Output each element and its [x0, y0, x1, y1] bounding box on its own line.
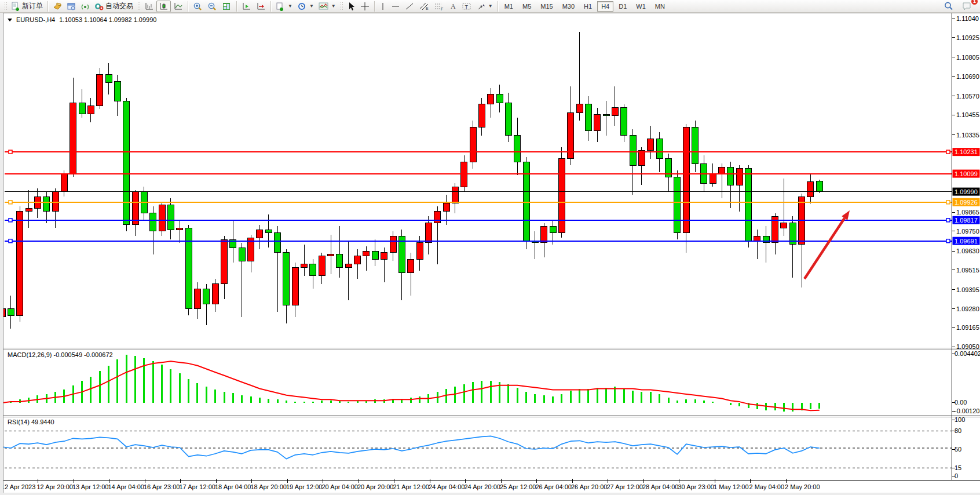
- chat-bubble-icon: [961, 1, 972, 11]
- candle: [319, 253, 325, 284]
- vertical-line-icon: [379, 2, 386, 11]
- candle: [736, 165, 743, 212]
- candle: [452, 183, 458, 213]
- cursor-button[interactable]: [345, 1, 358, 12]
- equidistant-channel-icon: E: [419, 2, 429, 11]
- trendline-button[interactable]: [403, 1, 416, 12]
- tile-windows-button[interactable]: [220, 1, 234, 12]
- periods-button[interactable]: ▼: [295, 1, 316, 12]
- candle: [301, 245, 308, 276]
- toolbar-grip[interactable]: [340, 2, 343, 11]
- timeframe-button-m30[interactable]: M30: [558, 1, 579, 12]
- price-tag: 1.09817: [953, 216, 980, 224]
- chart-shift-button[interactable]: [239, 1, 254, 12]
- candle: [114, 75, 120, 116]
- auto-trading-button[interactable]: 自动交易: [92, 1, 136, 12]
- toolbar-grip[interactable]: [4, 2, 7, 11]
- candle: [478, 98, 485, 136]
- price-tick-label: 1.10805: [956, 54, 979, 61]
- chart-canvas[interactable]: 1.110401.109251.108051.106901.105701.104…: [0, 13, 980, 495]
- candle: [496, 85, 503, 112]
- line-handle[interactable]: [946, 150, 950, 154]
- macd-indicator-label: MACD(12,26,9) -0.000549 -0.000672: [8, 351, 113, 358]
- data-window-button[interactable]: [64, 1, 78, 12]
- timeframe-button-mn[interactable]: MN: [651, 1, 669, 12]
- bar-chart-button[interactable]: [142, 1, 156, 12]
- candlestick-chart-button[interactable]: [156, 1, 171, 12]
- new-order-button[interactable]: 新订单: [9, 1, 45, 12]
- crosshair-button[interactable]: [358, 1, 372, 12]
- candle: [754, 230, 760, 259]
- text-label-button[interactable]: T: [459, 1, 474, 12]
- line-handle[interactable]: [9, 219, 12, 222]
- line-handle[interactable]: [946, 219, 950, 222]
- line-handle[interactable]: [946, 239, 950, 243]
- search-button[interactable]: [941, 1, 956, 12]
- candle: [372, 239, 378, 266]
- data-window-icon: [67, 2, 76, 11]
- auto-scroll-button[interactable]: [254, 1, 268, 12]
- market-watch-button[interactable]: [50, 1, 64, 12]
- svg-text:1.10099: 1.10099: [955, 170, 978, 177]
- line-handle[interactable]: [9, 239, 12, 243]
- bar-chart-icon: [144, 2, 154, 11]
- candle: [585, 96, 591, 141]
- candle: [177, 220, 183, 243]
- indicators-icon: [319, 2, 329, 11]
- macd-signal-line: [2, 361, 820, 410]
- line-chart-button[interactable]: [171, 1, 185, 12]
- timeframe-button-m5[interactable]: M5: [518, 1, 535, 12]
- price-tag: 1.10231: [953, 148, 980, 156]
- line-handle[interactable]: [9, 201, 12, 204]
- notifications-button[interactable]: 1: [959, 1, 974, 12]
- candle: [398, 230, 405, 300]
- candle: [576, 32, 583, 121]
- time-axis-label: 30 Apr 23:00: [678, 483, 714, 490]
- rsi-axis-label: 80: [955, 427, 961, 434]
- toolbar-separator: [47, 1, 48, 12]
- indicators-button[interactable]: ▼: [316, 1, 338, 12]
- candle: [185, 225, 192, 315]
- candle: [558, 147, 565, 238]
- candle: [34, 188, 41, 218]
- symbol-dropdown-icon[interactable]: [8, 19, 12, 21]
- candle: [612, 86, 619, 126]
- toolbar-grip[interactable]: [137, 2, 140, 11]
- candle: [523, 157, 529, 249]
- line-handle[interactable]: [9, 150, 12, 154]
- timeframe-button-h1[interactable]: H1: [580, 1, 596, 12]
- price-tick-label: 1.10925: [956, 34, 979, 41]
- timeframe-button-m1[interactable]: M1: [500, 1, 517, 12]
- zoom-in-button[interactable]: [191, 1, 205, 12]
- horizontal-level-line[interactable]: [5, 219, 952, 222]
- signals-button[interactable]: [78, 1, 92, 12]
- candle: [594, 108, 601, 143]
- timeframe-button-h4[interactable]: H4: [597, 1, 613, 12]
- time-axis-label: 26 Apr 20:00: [571, 483, 607, 490]
- arrows-tool-button[interactable]: ▼: [474, 1, 495, 12]
- new-chart-button[interactable]: ▼: [273, 1, 295, 12]
- candle: [505, 93, 511, 142]
- text-button[interactable]: A: [447, 1, 459, 12]
- equidistant-channel-button[interactable]: E: [416, 1, 432, 12]
- time-axis-label: 18 Apr 04:00: [215, 483, 251, 490]
- rsi-line: [2, 436, 820, 458]
- horizontal-line-button[interactable]: [389, 1, 403, 12]
- timeframe-button-d1[interactable]: D1: [615, 1, 631, 12]
- candle: [70, 78, 76, 177]
- price-tick-label: 1.09515: [956, 267, 979, 274]
- market-watch-icon: [53, 2, 62, 11]
- timeframe-button-m15[interactable]: M15: [536, 1, 557, 12]
- timeframe-button-w1[interactable]: W1: [632, 1, 650, 12]
- candle: [239, 243, 245, 317]
- horizontal-level-line[interactable]: [5, 150, 952, 154]
- horizontal-level-line[interactable]: [5, 239, 952, 243]
- vertical-line-button[interactable]: [377, 1, 389, 12]
- candle: [159, 202, 165, 236]
- zoom-out-button[interactable]: [205, 1, 220, 12]
- candle: [257, 225, 263, 250]
- price-tag: 1.09990: [953, 188, 980, 196]
- search-icon: [944, 1, 953, 11]
- line-handle[interactable]: [946, 201, 950, 204]
- fibonacci-button[interactable]: F: [432, 1, 447, 12]
